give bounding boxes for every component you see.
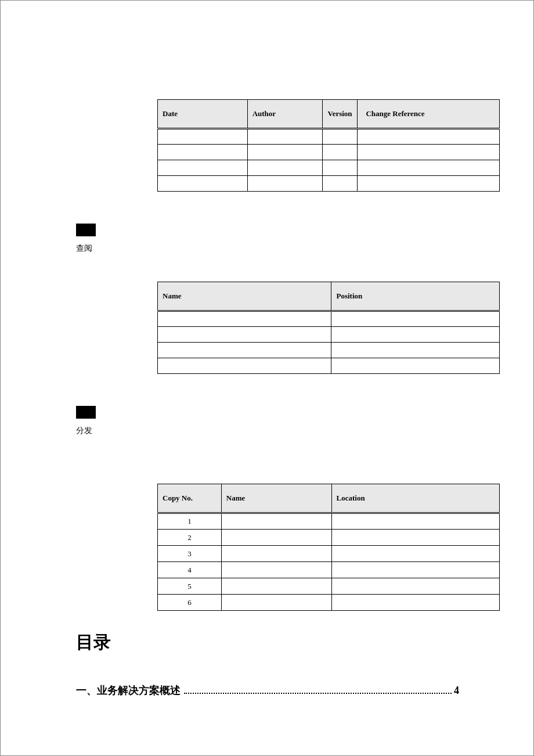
cell [247,176,323,192]
section-review: 查阅 [76,224,499,254]
table-row [158,358,500,374]
table-row: 2 [158,530,500,546]
cell [331,358,500,374]
table-row [158,176,500,192]
cell [331,562,500,578]
toc-leader-dots [184,686,452,694]
cell [158,145,248,160]
black-marker-icon [76,406,96,419]
cell: 3 [158,546,222,562]
cell [358,176,500,192]
cell [158,160,248,176]
table-row [158,327,500,343]
cell [323,176,358,192]
section-label-distribute: 分发 [76,426,499,436]
content-area: Date Author Version Change Reference 查阅 … [1,1,533,697]
cell [247,160,323,176]
col-name: Name [221,484,331,513]
cell [331,327,500,343]
cell [247,145,323,160]
col-date: Date [158,100,248,129]
toc-heading: 目录 [76,631,499,654]
distribute-table: Copy No. Name Location 1 2 3 4 5 6 [157,484,500,611]
table-row [158,145,500,160]
cell [158,176,248,192]
cell [358,160,500,176]
cell: 2 [158,530,222,546]
toc-entry: 一、业务解决方案概述 4 [76,683,459,697]
table-row [158,311,500,327]
cell [358,145,500,160]
table-row [158,343,500,358]
cell: 5 [158,578,222,595]
cell: 4 [158,562,222,578]
table-row: 6 [158,595,500,611]
black-marker-icon [76,224,96,236]
table-row: 1 [158,513,500,530]
cell [331,343,500,358]
col-author: Author [247,100,323,129]
cell [221,595,331,611]
cell [247,129,323,145]
cell [158,129,248,145]
table-row [158,160,500,176]
cell [358,129,500,145]
col-change-ref: Change Reference [358,100,500,129]
col-location: Location [331,484,500,513]
toc-entry-page: 4 [454,685,459,697]
cell [331,595,500,611]
cell [158,311,331,327]
cell [323,129,358,145]
col-copyno: Copy No. [158,484,222,513]
table-row: 5 [158,578,500,595]
table-row: 4 [158,562,500,578]
cell [323,160,358,176]
table-row: 3 [158,546,500,562]
table-header-row: Date Author Version Change Reference [158,100,500,129]
cell [331,546,500,562]
review-table: Name Position [157,282,500,374]
table-row [158,129,500,145]
toc-entry-text: 一、业务解决方案概述 [76,683,181,697]
change-history-table: Date Author Version Change Reference [157,99,500,192]
cell [221,513,331,530]
col-name: Name [158,282,331,311]
cell [331,578,500,595]
cell [221,562,331,578]
cell [221,530,331,546]
cell [221,578,331,595]
cell [158,327,331,343]
cell [331,311,500,327]
table-header-row: Name Position [158,282,500,311]
section-label-review: 查阅 [76,243,499,254]
table-header-row: Copy No. Name Location [158,484,500,513]
document-page: Date Author Version Change Reference 查阅 … [0,0,534,756]
col-position: Position [331,282,500,311]
cell [331,530,500,546]
cell: 6 [158,595,222,611]
cell: 1 [158,513,222,530]
col-version: Version [323,100,358,129]
cell [331,513,500,530]
cell [158,358,331,374]
cell [221,546,331,562]
cell [158,343,331,358]
cell [323,145,358,160]
section-distribute: 分发 [76,406,499,436]
